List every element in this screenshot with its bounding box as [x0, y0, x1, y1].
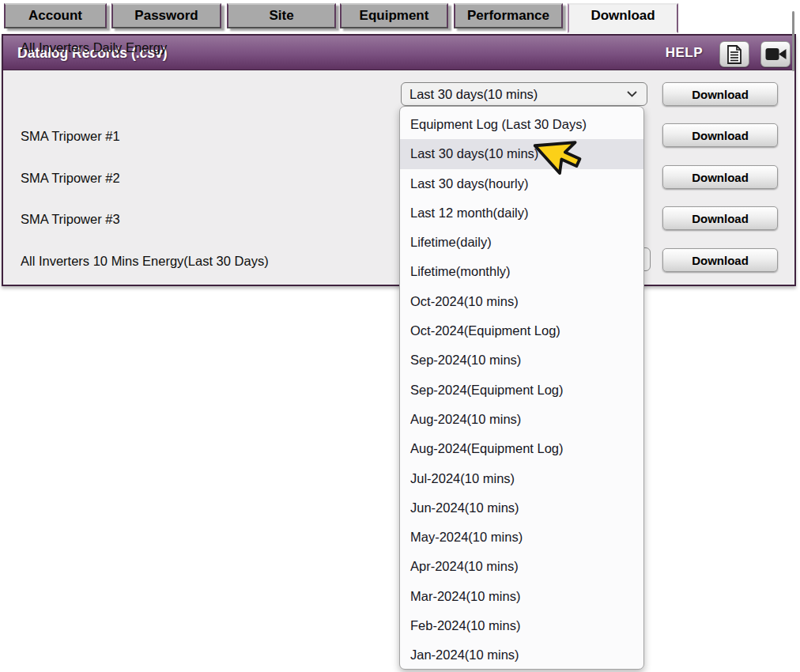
dropdown-option[interactable]: Lifetime(daily) [400, 228, 643, 257]
dropdown-scrollbar[interactable] [792, 11, 794, 71]
dropdown-option[interactable]: Jan-2024(10 mins) [400, 640, 643, 670]
download-button[interactable]: Download [662, 206, 778, 230]
tab-account[interactable]: Account [4, 3, 107, 28]
interval-dropdown: Equipment Log (Last 30 Days)Last 30 days… [399, 106, 644, 670]
dropdown-option[interactable]: Last 30 days(10 mins) [400, 139, 643, 168]
dropdown-option[interactable]: Apr-2024(10 mins) [400, 552, 643, 581]
dropdown-option[interactable]: Sep-2024(Equipment Log) [400, 376, 643, 405]
dropdown-option[interactable]: Last 30 days(hourly) [400, 169, 643, 198]
tab-password[interactable]: Password [111, 3, 221, 28]
row-label-sma-tripower-1: SMA Tripower #1 [21, 124, 120, 148]
download-page: Account Password Site Equipment Performa… [0, 0, 800, 672]
row-label-sma-tripower-2: SMA Tripower #2 [21, 166, 120, 190]
row-label-all-inverters-10min: All Inverters 10 Mins Energy(Last 30 Day… [21, 249, 269, 273]
download-button[interactable]: Download [662, 248, 778, 272]
dropdown-option[interactable]: Aug-2024(10 mins) [400, 405, 643, 434]
dropdown-option[interactable]: Aug-2024(Equipment Log) [400, 434, 643, 463]
dropdown-option[interactable]: Jul-2024(10 mins) [400, 464, 643, 493]
tab-equipment[interactable]: Equipment [340, 3, 448, 28]
row-label-all-inverters-daily: All Inverters Daily Energy [21, 36, 167, 59]
document-icon [726, 45, 742, 64]
interval-select-value: Last 30 days(10 mins) [402, 87, 627, 102]
dropdown-option[interactable]: Jun-2024(10 mins) [400, 493, 643, 523]
dropdown-option[interactable]: Oct-2024(10 mins) [400, 287, 643, 316]
tab-site[interactable]: Site [227, 3, 336, 28]
dropdown-option[interactable]: Sep-2024(10 mins) [400, 345, 643, 375]
dropdown-option-list: Equipment Log (Last 30 Days)Last 30 days… [400, 107, 643, 670]
dropdown-option[interactable]: Equipment Log (Last 30 Days) [400, 110, 643, 139]
help-link[interactable]: HELP [666, 45, 703, 61]
video-camera-icon [765, 47, 787, 62]
dropdown-option[interactable]: Oct-2024(Equipment Log) [400, 316, 643, 345]
dropdown-option[interactable]: Last 12 month(daily) [400, 198, 643, 228]
download-button[interactable]: Download [662, 165, 778, 189]
dropdown-option[interactable]: Feb-2024(10 mins) [400, 611, 643, 640]
tab-performance[interactable]: Performance [454, 3, 563, 28]
chevron-down-icon [627, 91, 637, 97]
dropdown-option[interactable]: Lifetime(monthly) [400, 257, 643, 286]
dropdown-option[interactable]: Mar-2024(10 mins) [400, 582, 643, 611]
download-button[interactable]: Download [662, 82, 778, 106]
document-page-button[interactable] [719, 41, 749, 67]
dropdown-option[interactable]: May-2024(10 mins) [400, 523, 643, 552]
row-label-sma-tripower-3: SMA Tripower #3 [21, 207, 120, 231]
download-button[interactable]: Download [662, 123, 778, 147]
video-button[interactable] [760, 41, 791, 67]
tab-download[interactable]: Download [568, 3, 678, 33]
interval-select[interactable]: Last 30 days(10 mins) [401, 82, 647, 106]
